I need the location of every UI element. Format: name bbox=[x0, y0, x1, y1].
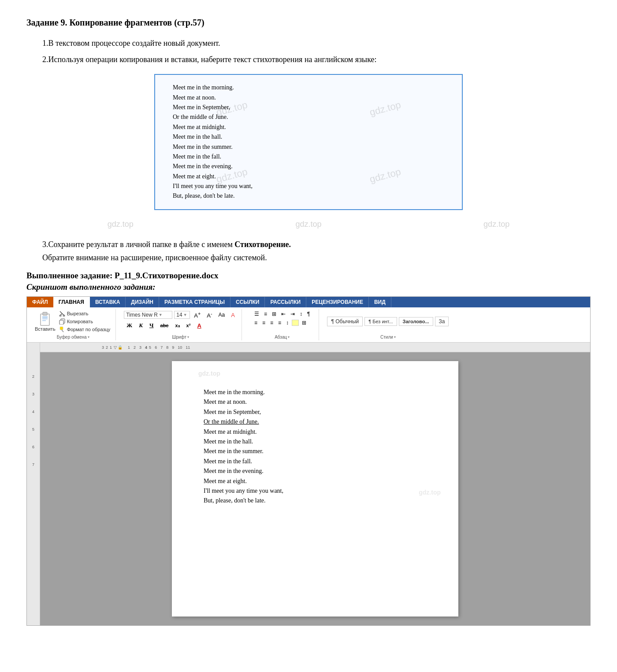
font-color-btn[interactable]: A bbox=[194, 321, 204, 330]
align-left-button[interactable]: ≡ bbox=[253, 319, 259, 327]
format-painter-button[interactable]: Формат по образцу bbox=[58, 326, 112, 333]
doc-line-2: Meet me in September, bbox=[204, 407, 427, 417]
doc-line-4: Meet me at midnight. bbox=[204, 427, 427, 437]
ruler-num-4: 4 bbox=[27, 409, 40, 426]
grow-font-button[interactable]: A+ bbox=[192, 310, 203, 320]
formatting-row: Times New R ▼ 14 ▼ A+ A- Aa A Ж К Ч bbox=[124, 310, 237, 330]
italic-button[interactable]: К bbox=[136, 321, 145, 330]
font-size-dropdown[interactable]: 14 ▼ bbox=[174, 311, 190, 319]
tab-review[interactable]: РЕЦЕНЗИРОВАНИЕ bbox=[306, 297, 369, 307]
svg-rect-11 bbox=[60, 327, 63, 330]
bottom-wm-2: gdz.top bbox=[295, 220, 321, 229]
bottom-wm-1: gdz.top bbox=[108, 220, 134, 229]
border-button[interactable]: ⊞ bbox=[300, 319, 308, 327]
align-center-button[interactable]: ≡ bbox=[260, 319, 267, 327]
doc-line-11: But, please, don't be late. bbox=[204, 496, 427, 506]
font-dropdown-arrow-icon: ▼ bbox=[159, 313, 163, 317]
ruler-num-7: 7 bbox=[27, 462, 40, 479]
font-name-dropdown[interactable]: Times New R ▼ bbox=[124, 311, 172, 319]
style-normal[interactable]: ¶ Обычный bbox=[327, 317, 363, 326]
style-heading[interactable]: Заголово... bbox=[399, 317, 433, 326]
style-more[interactable]: За bbox=[435, 317, 449, 326]
save-instruction-p: 3.Сохраните результат в личной папке в ф… bbox=[26, 238, 591, 251]
poem-line-11: But, please, don't be late. bbox=[173, 191, 444, 201]
poem-line-2: Meet me in September, bbox=[173, 103, 444, 112]
para-row-2: ≡ ≡ ≡ ≡ ↕ ⊞ bbox=[253, 319, 312, 327]
tab-view[interactable]: ВИД bbox=[369, 297, 391, 307]
tab-file[interactable]: ФАЙЛ bbox=[27, 297, 53, 307]
justify-button[interactable]: ≡ bbox=[276, 319, 283, 327]
cut-button[interactable]: Вырезать bbox=[58, 310, 89, 317]
copy-button[interactable]: Копировать bbox=[58, 318, 94, 325]
superscript-button[interactable]: x² bbox=[184, 322, 193, 329]
shading-button[interactable] bbox=[292, 320, 299, 326]
left-ruler: 2 3 4 5 6 7 bbox=[27, 343, 40, 625]
sort-button[interactable]: ↕ bbox=[298, 310, 304, 318]
tab-mailings[interactable]: РАССЫЛКИ bbox=[265, 297, 306, 307]
clipboard-group: Вставить Вырезать Копировать Формат по о… bbox=[30, 309, 116, 340]
poem-box: gdz.top gdz.top gdz.top gdz.top Meet me … bbox=[154, 74, 463, 210]
styles-label: Стили ▾ bbox=[380, 334, 396, 340]
ruler-n9: 9 bbox=[172, 345, 174, 350]
highlight-button[interactable]: A bbox=[229, 311, 237, 319]
subscript-button[interactable]: x₂ bbox=[172, 322, 182, 329]
bullets-button[interactable]: ☰ bbox=[253, 310, 261, 318]
ruler-n8: 8 bbox=[166, 345, 168, 350]
instruction-1: 1.В текстовом процессоре создайте новый … bbox=[26, 37, 591, 50]
doc-line-0: Meet me in the morning. bbox=[204, 388, 427, 397]
poem-line-10: I'll meet you any time you want, bbox=[173, 181, 444, 191]
line-spacing-button[interactable]: ↕ bbox=[284, 319, 290, 327]
aa-button[interactable]: Aa bbox=[216, 311, 227, 319]
tab-design[interactable]: ДИЗАЙН bbox=[126, 297, 159, 307]
ruler-n3: 3 bbox=[139, 345, 141, 350]
clipboard-small-btns: Вырезать Копировать Формат по образцу bbox=[58, 310, 112, 333]
poem-line-5: Meet me in the hall. bbox=[173, 132, 444, 142]
bold-button[interactable]: Ж bbox=[124, 321, 135, 330]
tab-layout[interactable]: РАЗМЕТКА СТРАНИЦЫ bbox=[159, 297, 230, 307]
numbering-button[interactable]: ≡ bbox=[262, 310, 269, 318]
doc-line-5: Meet me in the hall. bbox=[204, 437, 427, 447]
multilevel-button[interactable]: ⊞ bbox=[270, 310, 278, 318]
doc-canvas: gdz.top gdz.top Meet me in the morning. … bbox=[40, 352, 590, 625]
svg-rect-2 bbox=[42, 317, 48, 318]
format-painter-label: Формат по образцу bbox=[67, 327, 111, 332]
poem-line-6: Meet me in the summer. bbox=[173, 142, 444, 152]
page-wm-left: gdz.top bbox=[198, 370, 220, 377]
ruler-num-blank bbox=[27, 356, 40, 373]
ribbon-body: Вставить Вырезать Копировать Формат по о… bbox=[27, 307, 590, 343]
svg-rect-3 bbox=[42, 318, 48, 319]
completed-title: Выполненное задание: P_11_9.Стихотворени… bbox=[26, 271, 591, 281]
show-marks-button[interactable]: ¶ bbox=[305, 310, 312, 318]
ruler-n4: 4 bbox=[145, 345, 147, 350]
doc-page[interactable]: gdz.top gdz.top Meet me in the morning. … bbox=[172, 361, 458, 617]
font-controls-row: Times New R ▼ 14 ▼ A+ A- Aa A bbox=[124, 310, 237, 320]
paragraph-group: ☰ ≡ ⊞ ⇤ ⇥ ↕ ¶ ≡ ≡ ≡ ≡ ↕ ⊞ bbox=[245, 309, 319, 340]
ruler-num-6: 6 bbox=[27, 444, 40, 462]
poem-line-8: Meet me in the evening. bbox=[173, 162, 444, 171]
para-btns: ☰ ≡ ⊞ ⇤ ⇥ ↕ ¶ ≡ ≡ ≡ ≡ ↕ ⊞ bbox=[250, 310, 314, 327]
ruler-label-2: 2 bbox=[106, 345, 108, 350]
underline-button[interactable]: Ч bbox=[147, 321, 156, 330]
align-right-button[interactable]: ≡ bbox=[268, 319, 275, 327]
document-area: 2 3 4 5 6 7 3 2 1 ▽ 🔒 1 2 3 4 5 bbox=[27, 343, 590, 625]
ruler-n7: 7 bbox=[160, 345, 163, 350]
increase-indent-button[interactable]: ⇥ bbox=[289, 310, 297, 318]
doc-content: Meet me in the morning. Meet me at noon.… bbox=[204, 388, 427, 506]
top-ruler: 3 2 1 ▽ 🔒 1 2 3 4 5 6 7 8 9 10 11 bbox=[40, 343, 590, 352]
font-group: Times New R ▼ 14 ▼ A+ A- Aa A Ж К Ч bbox=[119, 309, 242, 340]
doc-line-1: Meet me at noon. bbox=[204, 397, 427, 407]
font-size-value: 14 bbox=[176, 312, 182, 318]
shrink-font-button[interactable]: A- bbox=[204, 310, 214, 320]
para-row-1: ☰ ≡ ⊞ ⇤ ⇥ ↕ ¶ bbox=[253, 310, 312, 318]
paste-button[interactable]: Вставить bbox=[35, 311, 56, 332]
tab-home[interactable]: ГЛАВНАЯ bbox=[53, 297, 90, 307]
doc-line-7: Meet me in the fall. bbox=[204, 457, 427, 466]
save-instruction-3: 3.Сохраните результат в личной папке в ф… bbox=[42, 240, 233, 249]
ruler-n5: 5 bbox=[149, 345, 151, 350]
instructions-block: 1.В текстовом процессоре создайте новый … bbox=[26, 37, 591, 66]
tab-insert[interactable]: ВСТАВКА bbox=[90, 297, 126, 307]
decrease-indent-button[interactable]: ⇤ bbox=[279, 310, 287, 318]
tab-references[interactable]: ССЫЛКИ bbox=[230, 297, 265, 307]
strikethrough-button[interactable]: abc bbox=[158, 322, 171, 329]
style-nobullet[interactable]: ¶ Без инт... bbox=[364, 317, 397, 326]
